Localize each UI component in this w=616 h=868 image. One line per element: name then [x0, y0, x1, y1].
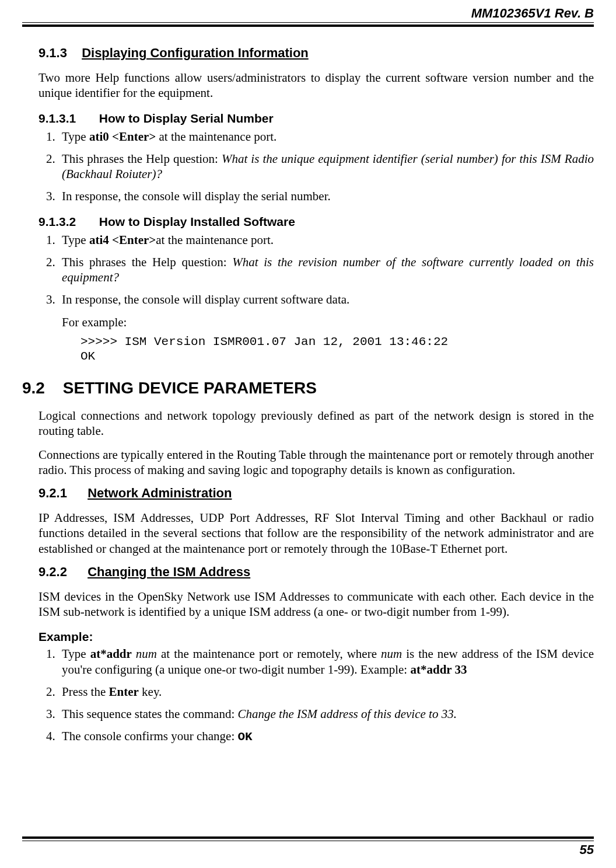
header-rule-thin	[22, 22, 594, 23]
heading-title: How to Display Serial Number	[99, 111, 274, 125]
heading-title: Changing the ISM Address	[88, 564, 250, 579]
heading-number: 9.1.3	[38, 46, 78, 61]
list-item: Type ati4 <Enter>at the maintenance port…	[58, 232, 594, 247]
paragraph: Logical connections and network topology…	[38, 408, 594, 439]
heading-title: SETTING DEVICE PARAMETERS	[63, 379, 317, 397]
list-item: This phrases the Help question: What is …	[58, 255, 594, 285]
text: Type	[62, 130, 89, 144]
page: MM102365V1 Rev. B 9.1.3 Displaying Confi…	[0, 0, 616, 868]
footer-rule-thick	[22, 836, 594, 839]
list-item: The console confirms your change: OK	[58, 728, 594, 745]
heading-number: 9.1.3.2	[38, 215, 96, 229]
command: at*addr	[90, 647, 132, 661]
variable: num	[136, 647, 157, 661]
heading-9-1-3: 9.1.3 Displaying Configuration Informati…	[38, 46, 594, 61]
text: This phrases the Help question:	[62, 152, 222, 166]
heading-9-1-3-1: 9.1.3.1 How to Display Serial Number	[38, 111, 594, 126]
footer-rule-thin	[22, 841, 594, 841]
paragraph: Connections are typically entered in the…	[38, 447, 594, 478]
heading-9-2-2: 9.2.2 Changing the ISM Address	[38, 564, 594, 580]
list-item: Press the Enter key.	[58, 684, 594, 699]
footer: 55	[22, 836, 594, 857]
text: This phrases the Help question:	[62, 255, 232, 269]
list-item: In response, the console will display th…	[58, 189, 594, 204]
heading-9-1-3-2: 9.1.3.2 How to Display Installed Softwar…	[38, 215, 594, 229]
doc-header: MM102365V1 Rev. B	[22, 6, 594, 21]
list-item: This sequence states the command: Change…	[58, 706, 594, 721]
text: Press the	[62, 685, 109, 699]
command-example: at*addr 33	[410, 663, 467, 677]
list-item: This phrases the Help question: What is …	[58, 151, 594, 182]
paragraph: Two more Help functions allow users/admi…	[38, 70, 594, 101]
code-block: >>>>> ISM Version ISMR001.07 Jan 12, 200…	[80, 334, 594, 364]
command: ati0 <Enter>	[89, 130, 156, 144]
paragraph: IP Addresses, ISM Addresses, UDP Port Ad…	[38, 510, 594, 556]
heading-9-2-1: 9.2.1 Network Administration	[38, 486, 594, 501]
heading-number: 9.2.1	[38, 486, 84, 501]
heading-title: How to Display Installed Software	[99, 215, 295, 228]
text: This sequence states the command:	[62, 707, 238, 721]
text: at the maintenance port.	[156, 233, 274, 247]
heading-number: 9.2.2	[38, 564, 84, 580]
heading-number: 9.2	[22, 379, 58, 398]
heading-title: Network Administration	[88, 486, 232, 500]
list-item: In response, the console will display cu…	[58, 292, 594, 307]
text	[132, 647, 136, 661]
page-number: 55	[22, 842, 594, 857]
text: Type	[62, 647, 90, 661]
step-list: Type at*addr num at the maintenance port…	[38, 646, 594, 745]
console-output: OK	[238, 730, 253, 744]
key: Enter	[109, 685, 139, 699]
step-list: Type ati4 <Enter>at the maintenance port…	[38, 232, 594, 308]
command: ati4 <Enter>	[89, 233, 156, 247]
command-description: Change the ISM address of this device to…	[238, 707, 457, 721]
text: at the maintenance port or remotely, whe…	[157, 647, 381, 661]
step-list: Type ati0 <Enter> at the maintenance por…	[38, 129, 594, 204]
text: The console confirms your change:	[62, 729, 238, 743]
heading-number: 9.1.3.1	[38, 111, 96, 126]
list-item: Type at*addr num at the maintenance port…	[58, 646, 594, 677]
text: at the maintenance port.	[156, 130, 276, 144]
list-item: Type ati0 <Enter> at the maintenance por…	[58, 129, 594, 144]
heading-title: Displaying Configuration Information	[82, 46, 309, 60]
text: Type	[62, 233, 89, 247]
text: key.	[139, 685, 162, 699]
content: 9.1.3 Displaying Configuration Informati…	[22, 27, 594, 745]
for-example-label: For example:	[62, 315, 594, 330]
variable: num	[381, 647, 402, 661]
paragraph: ISM devices in the OpenSky Network use I…	[38, 589, 594, 620]
heading-9-2: 9.2 SETTING DEVICE PARAMETERS	[22, 379, 594, 398]
example-label: Example:	[38, 630, 594, 644]
